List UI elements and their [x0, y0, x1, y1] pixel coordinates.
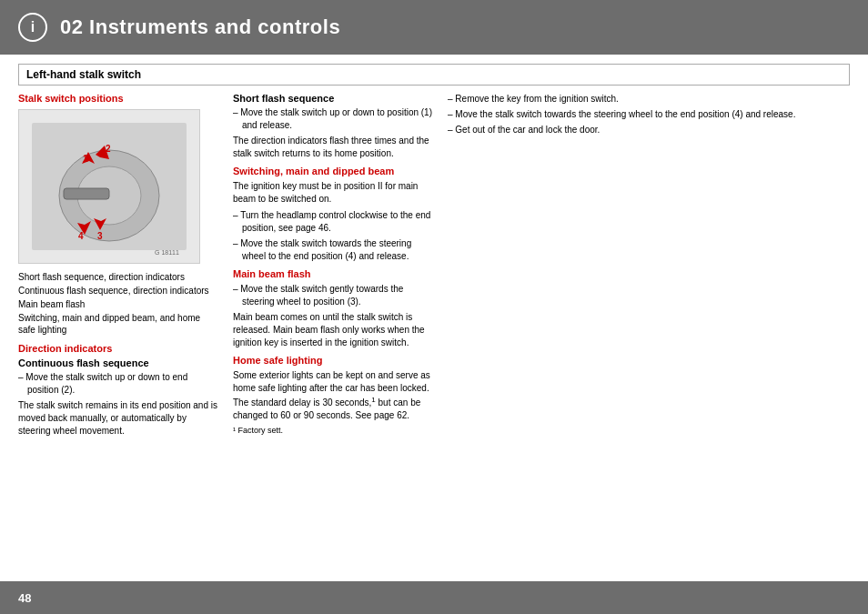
svg-rect-3 — [64, 188, 109, 199]
svg-text:1: 1 — [83, 154, 88, 164]
main-beam-body: Main beam comes on until the stalk switc… — [233, 311, 433, 349]
right-bullet-1: Remove the key from the ignition switch. — [448, 93, 850, 106]
list-item-1: Short flash sequence, direction indicato… — [18, 271, 218, 283]
list-item-4: Switching, main and dipped beam, and hom… — [18, 312, 218, 336]
continuous-flash-label: Continuous flash sequence — [18, 357, 218, 368]
short-flash-bullet: Move the stalk switch up or down to posi… — [233, 106, 433, 132]
continuous-flash-bullet: Move the stalk switch up or down to end … — [18, 371, 218, 397]
home-safe-title: Home safe lighting — [233, 355, 433, 366]
mid-column: Short flash sequence Move the stalk swit… — [233, 93, 433, 581]
page-wrapper: i 02 Instruments and controls 02 Left-ha… — [0, 0, 868, 614]
home-safe-body: Some exterior lights can be kept on and … — [233, 369, 433, 422]
stalk-diagram: 2 1 4 3 G 18111 — [18, 109, 200, 264]
right-bullet-2: Move the stalk switch towards the steeri… — [448, 108, 850, 121]
section-title: Left-hand stalk switch — [18, 64, 850, 86]
switching-body1: The ignition key must be in position II … — [233, 180, 433, 206]
main-beam-title: Main beam flash — [233, 268, 433, 279]
svg-text:3: 3 — [97, 231, 103, 241]
switching-bullet2: Move the stalk switch towards the steeri… — [233, 237, 433, 263]
list-item-2: Continuous flash sequence, direction ind… — [18, 285, 218, 297]
switching-title: Switching, main and dipped beam — [233, 166, 433, 176]
svg-text:2: 2 — [106, 144, 111, 154]
list-item-3: Main beam flash — [18, 298, 218, 310]
stalk-diagram-svg: 2 1 4 3 G 18111 — [23, 114, 196, 259]
page-footer: 48 — [0, 581, 868, 614]
main-content: Left-hand stalk switch Stalk switch posi… — [0, 55, 868, 581]
content-area: Stalk switch positions 2 — [0, 93, 868, 581]
info-icon: i — [18, 13, 47, 42]
main-beam-bullet: Move the stalk switch gently towards the… — [233, 283, 433, 308]
stalk-positions-title: Stalk switch positions — [18, 93, 218, 104]
short-flash-body: The direction indicators flash three tim… — [233, 135, 433, 160]
left-column: Stalk switch positions 2 — [18, 93, 218, 581]
page-number: 48 — [18, 591, 31, 605]
page-title: 02 Instruments and controls — [60, 15, 340, 39]
right-bullet-3: Get out of the car and lock the door. — [448, 124, 850, 136]
footnote: ¹ Factory sett. — [233, 426, 433, 435]
switching-bullet1: Turn the headlamp control clockwise to t… — [233, 209, 433, 235]
svg-text:4: 4 — [78, 231, 84, 241]
page-header: i 02 Instruments and controls — [0, 0, 868, 55]
short-flash-title: Short flash sequence — [233, 93, 433, 104]
svg-text:G 18111: G 18111 — [155, 249, 179, 256]
direction-indicators-title: Direction indicators — [18, 343, 218, 354]
right-column: Remove the key from the ignition switch.… — [448, 93, 850, 581]
stalk-numbered-list: Short flash sequence, direction indicato… — [18, 271, 218, 336]
continuous-flash-body: The stalk switch remains in its end posi… — [18, 399, 218, 438]
